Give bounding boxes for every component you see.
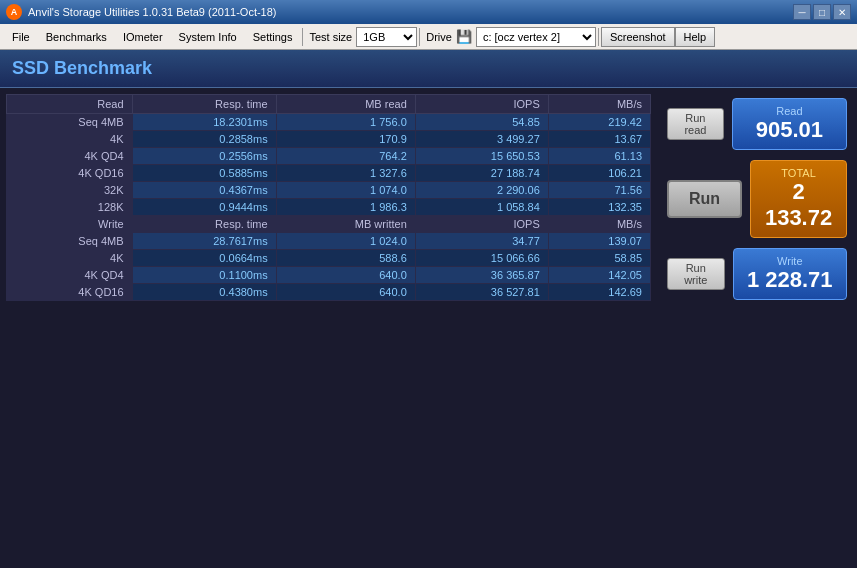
row-32k-mb: 1 074.0 [276,182,415,199]
app-title: Anvil's Storage Utilities 1.0.31 Beta9 (… [28,6,277,18]
row-seq4mb-mb: 1 756.0 [276,114,415,131]
row-4kqd16-label: 4K QD16 [7,165,133,182]
row-128k-resp: 0.9444ms [132,199,276,216]
row-4kqd16-iops: 27 188.74 [415,165,548,182]
benchmark-area: Read Resp. time MB read IOPS MB/s Seq 4M… [0,88,857,568]
drive-control: Drive 💾 c: [ocz vertex 2] [426,27,596,47]
run-read-button[interactable]: Run read [667,108,724,140]
main-content: SSD Benchmark Read Resp. time MB read IO… [0,50,857,568]
wrow-4k-label: 4K [7,250,133,267]
wrow-4kqd16-iops: 36 527.81 [415,284,548,301]
row-seq4mb-iops: 54.85 [415,114,548,131]
total-score-row: Run TOTAL 2 133.72 [667,160,847,238]
wrow-4kqd4-label: 4K QD4 [7,267,133,284]
col-header-iops: IOPS [415,95,548,114]
wrow-4k-iops: 15 066.66 [415,250,548,267]
maximize-button[interactable]: □ [813,4,831,20]
row-4kqd16-resp: 0.5885ms [132,165,276,182]
title-bar-controls: ─ □ ✕ [793,4,851,20]
menu-settings[interactable]: Settings [245,29,301,45]
wrow-4kqd4-resp: 0.1100ms [132,267,276,284]
total-score-box: TOTAL 2 133.72 [750,160,847,238]
row-4kqd4-mbs: 61.13 [548,148,650,165]
drive-icon: 💾 [456,29,472,44]
test-size-select[interactable]: 1GB 512MB 256MB [356,27,417,47]
table-row: 4K QD16 0.5885ms 1 327.6 27 188.74 106.2… [7,165,651,182]
wrow-4k-mbs: 58.85 [548,250,650,267]
table-row: 4K QD4 0.2556ms 764.2 15 650.53 61.13 [7,148,651,165]
wrow-4kqd16-resp: 0.4380ms [132,284,276,301]
wrow-4kqd4-mb: 640.0 [276,267,415,284]
row-4kqd4-resp: 0.2556ms [132,148,276,165]
separator-1 [302,28,303,46]
table-row: 32K 0.4367ms 1 074.0 2 290.06 71.56 [7,182,651,199]
row-128k-iops: 1 058.84 [415,199,548,216]
drive-label: Drive [426,31,452,43]
row-4kqd4-mb: 764.2 [276,148,415,165]
row-4k-mbs: 13.67 [548,131,650,148]
total-score-label: TOTAL [763,167,834,179]
row-4kqd4-iops: 15 650.53 [415,148,548,165]
write-header-iops: IOPS [415,216,548,233]
title-bar: A Anvil's Storage Utilities 1.0.31 Beta9… [0,0,857,24]
col-header-type: Read [7,95,133,114]
wrow-4k-resp: 0.0664ms [132,250,276,267]
wrow-4k-mb: 588.6 [276,250,415,267]
title-bar-left: A Anvil's Storage Utilities 1.0.31 Beta9… [6,4,277,20]
row-32k-mbs: 71.56 [548,182,650,199]
row-32k-label: 32K [7,182,133,199]
wrow-4kqd16-label: 4K QD16 [7,284,133,301]
drive-select[interactable]: c: [ocz vertex 2] [476,27,596,47]
menu-bar: File Benchmarks IOmeter System Info Sett… [0,24,857,50]
write-header-resp: Resp. time [132,216,276,233]
write-header-mb: MB written [276,216,415,233]
ssd-benchmark-title: SSD Benchmark [0,50,857,88]
wrow-seq4mb-iops: 34.77 [415,233,548,250]
col-header-mb-read: MB read [276,95,415,114]
write-score-box: Write 1 228.71 [733,248,847,300]
run-button[interactable]: Run [667,180,742,218]
wrow-seq4mb-mb: 1 024.0 [276,233,415,250]
menu-file[interactable]: File [4,29,38,45]
help-button[interactable]: Help [675,27,716,47]
row-seq4mb-label: Seq 4MB [7,114,133,131]
row-4kqd16-mb: 1 327.6 [276,165,415,182]
row-128k-label: 128K [7,199,133,216]
wrow-4kqd16-mb: 640.0 [276,284,415,301]
menu-benchmarks[interactable]: Benchmarks [38,29,115,45]
separator-3 [598,28,599,46]
row-128k-mbs: 132.35 [548,199,650,216]
wrow-4kqd4-iops: 36 365.87 [415,267,548,284]
row-4kqd16-mbs: 106.21 [548,165,650,182]
total-score-value: 2 133.72 [763,179,834,231]
run-write-button[interactable]: Run write [667,258,725,290]
close-button[interactable]: ✕ [833,4,851,20]
test-size-label: Test size [309,31,352,43]
row-seq4mb-mbs: 219.42 [548,114,650,131]
read-score-box: Read 905.01 [732,98,847,150]
wrow-seq4mb-mbs: 139.07 [548,233,650,250]
menu-system-info[interactable]: System Info [171,29,245,45]
write-score-value: 1 228.71 [746,267,834,293]
row-32k-resp: 0.4367ms [132,182,276,199]
wrow-seq4mb-label: Seq 4MB [7,233,133,250]
table-row: Seq 4MB 28.7617ms 1 024.0 34.77 139.07 [7,233,651,250]
table-row: 4K 0.0664ms 588.6 15 066.66 58.85 [7,250,651,267]
write-score-row: Run write Write 1 228.71 [667,248,847,300]
col-header-resp: Resp. time [132,95,276,114]
row-seq4mb-resp: 18.2301ms [132,114,276,131]
app-icon: A [6,4,22,20]
screenshot-button[interactable]: Screenshot [601,27,675,47]
table-area: Read Resp. time MB read IOPS MB/s Seq 4M… [0,88,657,568]
write-header-mbs: MB/s [548,216,650,233]
test-size-control: Test size 1GB 512MB 256MB [309,27,417,47]
menu-iometer[interactable]: IOmeter [115,29,171,45]
read-score-value: 905.01 [745,117,834,143]
minimize-button[interactable]: ─ [793,4,811,20]
separator-2 [419,28,420,46]
right-panel: Run read Read 905.01 Run TOTAL 2 133.72 … [657,88,857,568]
write-score-label: Write [746,255,834,267]
row-4k-iops: 3 499.27 [415,131,548,148]
read-score-row: Run read Read 905.01 [667,98,847,150]
table-row: 4K QD4 0.1100ms 640.0 36 365.87 142.05 [7,267,651,284]
